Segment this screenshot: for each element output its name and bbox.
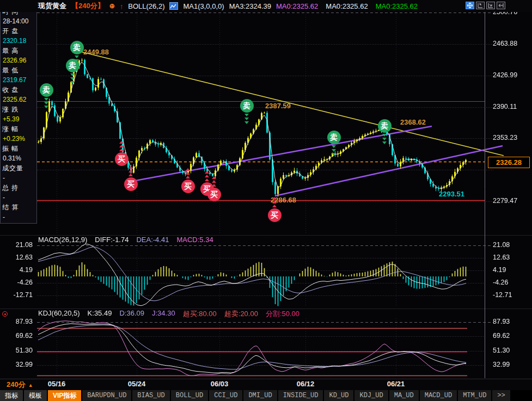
sell-marker: 卖 — [378, 119, 392, 133]
kdj-value: D:36.09 — [119, 309, 144, 319]
kdj-value: K:35.49 — [88, 309, 112, 319]
axis-label: -4.26 — [493, 279, 509, 286]
buy-marker: 买 — [115, 152, 129, 166]
ma1-label: MA1(3,0,0,0) — [183, 2, 224, 10]
price-annotation: 2368.62 — [400, 118, 426, 126]
info-row-value: 0.31% — [1, 153, 36, 163]
info-row-value: +0.23% — [1, 134, 36, 144]
axis-label: 2353.23 — [493, 134, 517, 141]
axis-label: 32.99 — [2, 361, 33, 368]
tab-inside-ud[interactable]: INSIDE_UD — [278, 390, 323, 401]
info-row-label: 振 幅 — [1, 144, 36, 153]
ma0-value: MA0:2325.62 — [376, 2, 418, 10]
period-label[interactable]: 【240分】 — [71, 1, 105, 11]
tab-kdj-ud[interactable]: KDJ_UD — [354, 390, 388, 401]
sell-marker: 卖 — [70, 41, 84, 54]
info-row-value: 2319.67 — [1, 75, 36, 85]
sell-arrow-icons — [382, 134, 387, 144]
info-row-value: - — [1, 193, 36, 202]
axis-label: -4.26 — [2, 279, 33, 286]
info-row-label: 结 算 — [1, 202, 36, 212]
ma-chart-icon[interactable] — [169, 2, 178, 10]
price-annotation: 2387.59 — [265, 102, 291, 110]
xaxis-date: 05/16 — [48, 380, 66, 388]
macd-title[interactable]: MACD(26,12,9) — [38, 236, 87, 244]
axis-label: -12.71 — [2, 291, 33, 299]
info-row-value: 2325.62 — [1, 95, 36, 104]
sell-marker-label: 卖 — [69, 61, 76, 70]
axis-label: 2390.11 — [493, 103, 517, 110]
axis-zoom-right-icon[interactable] — [486, 2, 495, 9]
kdj-title[interactable]: KDJ(60,20,5) — [38, 309, 80, 319]
axis-label: 87.93 — [2, 318, 33, 325]
buy-arrow-icons — [119, 141, 124, 151]
tab-vip指标[interactable]: VIP指标 — [48, 390, 81, 401]
info-row-value: - — [1, 212, 36, 222]
buy-marker: 买 — [181, 180, 195, 193]
macd-value: DEA:-4.41 — [136, 236, 169, 244]
crosshair-icon[interactable] — [466, 2, 474, 9]
boll-label: BOLL(26,2) — [128, 2, 164, 10]
kdj-value: J:34.30 — [152, 309, 175, 319]
xaxis-date: 06/21 — [387, 380, 405, 388]
up-arrow-icon: ↑ — [120, 2, 124, 10]
macd-value: MACD:5.34 — [176, 236, 213, 244]
header-icon-group — [466, 2, 505, 9]
tab-cci-ud[interactable]: CCI_UD — [209, 390, 242, 401]
tab-macd-ud[interactable]: MACD_UD — [420, 390, 457, 401]
axis-label: 4.19 — [493, 266, 506, 274]
ma3-value: MA3:2324.39 — [229, 2, 271, 10]
ma0-value: MA0:2325.62 — [276, 2, 318, 10]
axis-label: 69.62 — [493, 332, 510, 340]
circle-plus-icon[interactable]: ⊕ — [109, 2, 115, 10]
tab-指标[interactable]: 指标 — [0, 390, 23, 401]
tab-mtm-ud[interactable]: MTM_UD — [458, 390, 491, 401]
collapse-panel-icon[interactable] — [497, 2, 505, 9]
price-annotation: 2293.51 — [439, 190, 464, 198]
tab-模板[interactable]: 模板 — [24, 390, 47, 401]
tab-boll-ud[interactable]: BOLL_UD — [171, 390, 208, 401]
axis-label: 51.30 — [493, 347, 510, 354]
sell-marker-label: 卖 — [73, 43, 81, 52]
record-dot-icon[interactable] — [2, 311, 8, 317]
tab-kd-ud[interactable]: KD_UD — [324, 390, 353, 401]
info-row-label: 最 高 — [1, 46, 36, 55]
chart-canvas[interactable] — [0, 0, 532, 401]
sell-marker: 卖 — [66, 59, 80, 72]
symbol-title: 现货黄金 — [38, 1, 66, 11]
timeframe-label[interactable]: 240分▲ — [7, 380, 33, 390]
kdj-value: 分割:50.00 — [266, 309, 299, 319]
tab->>[interactable]: >> — [492, 390, 510, 401]
info-row-value: 28-14:00 — [1, 16, 36, 26]
xaxis-date: 06/12 — [297, 380, 315, 388]
indicator-tab-bar: 指标模板VIP指标BARUPDN_UDBIAS_UDBOLL_UDCCI_UDD… — [0, 390, 532, 401]
xaxis-date: 05/24 — [128, 380, 146, 388]
macd-header: MACD(26,12,9) DIFF:-1.74DEA:-4.41MACD:5.… — [38, 236, 213, 244]
buy-arrow-icons — [186, 168, 190, 178]
buy-marker-label: 买 — [210, 190, 218, 199]
tab-barupdn-ud[interactable]: BARUPDN_UD — [82, 390, 131, 401]
timeline-row: 240分▲ 05/1605/2406/0306/1206/21 — [0, 379, 532, 390]
trading-app: 现货黄金 【240分】 ⊕ ↑ BOLL(26,2) MA1(3,0,0,0) … — [0, 0, 532, 401]
sell-marker-label: 卖 — [42, 85, 50, 94]
sell-marker: 卖 — [40, 83, 53, 97]
buy-marker-label: 买 — [118, 155, 125, 163]
buy-marker-label: 买 — [271, 211, 278, 219]
info-row-value: 2320.18 — [1, 36, 36, 46]
tab-dmi-ud[interactable]: DMI_UD — [243, 390, 277, 401]
tab-bias-ud[interactable]: BIAS_UD — [132, 390, 169, 401]
info-row-label: 收 盘 — [1, 85, 36, 95]
sell-arrow-icons — [70, 73, 75, 84]
tab-ma-ud[interactable]: MA_UD — [389, 390, 419, 401]
xaxis-date: 06/03 — [211, 380, 229, 388]
axis-zoom-up-icon[interactable] — [476, 2, 485, 9]
sell-marker-label: 卖 — [381, 121, 388, 130]
info-panel: 时 间28-14:00开 盘2320.18最 高2326.96最 低2319.6… — [0, 5, 37, 224]
buy-arrow-icons — [205, 171, 209, 181]
buy-arrow-icons — [129, 166, 133, 176]
sell-arrow-icons — [332, 145, 336, 156]
info-row-label: 最 低 — [1, 65, 36, 75]
info-row-value: +5.39 — [1, 114, 36, 124]
info-row-value: 2326.96 — [1, 55, 36, 65]
axis-label: 32.99 — [493, 361, 510, 368]
